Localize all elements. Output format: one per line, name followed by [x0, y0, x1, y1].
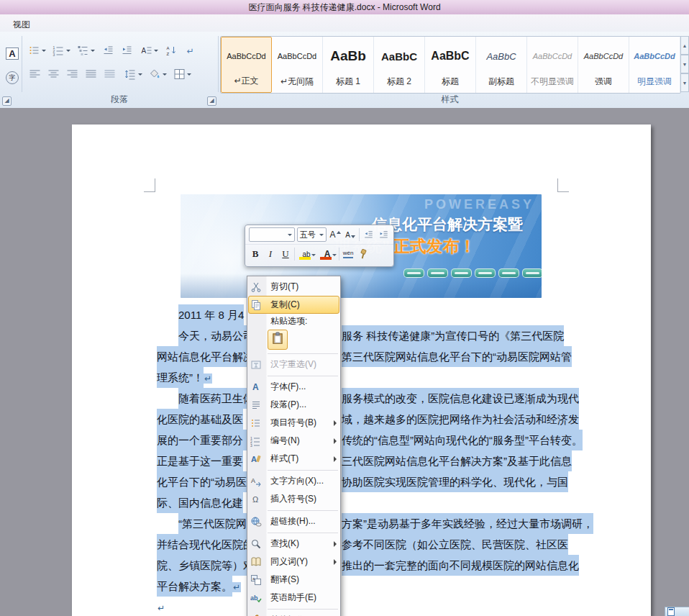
- paragraph-dialog-launcher[interactable]: ◢: [207, 96, 216, 106]
- page[interactable]: POWEREASY 信息化平台解决方案暨 理系统” 正式发布！ 2011 年 8…: [72, 124, 651, 616]
- gallery-more-button[interactable]: ▼: [680, 73, 689, 92]
- banner-nav-pill-6[interactable]: [522, 268, 542, 278]
- style-preview: AaBbCcDd: [584, 37, 623, 76]
- doc-text-segment: 服务 科技传递健康”为宣传口号的《第三代医院: [342, 325, 564, 346]
- menu-item-numbering[interactable]: 123编号(N): [247, 432, 340, 450]
- mini-decrease-indent-button[interactable]: [362, 227, 375, 242]
- style-label: 不明显强调: [531, 76, 574, 88]
- ribbon-tab-row: 视图: [0, 14, 689, 32]
- style-label: 明显强调: [637, 76, 672, 88]
- menu-item-copy[interactable]: 复制(C): [247, 296, 340, 314]
- italic-button[interactable]: I: [264, 247, 277, 261]
- style-item-9[interactable]: AaBbCcDd明显强调: [629, 37, 680, 93]
- tab-view[interactable]: 视图: [7, 17, 36, 32]
- menu-item-thesaurus[interactable]: 同义词(Y): [247, 553, 340, 571]
- style-item-2[interactable]: AaBbCcDd↵无间隔: [272, 37, 323, 93]
- menu-item-english-assistant[interactable]: ab英语助手(E): [247, 589, 340, 607]
- doc-text-segment: 第三代医院网站信息化平台下的“动易医院网站管: [342, 346, 572, 367]
- menu-item-additional-actions[interactable]: 其他操作(A): [247, 611, 340, 616]
- shading-button[interactable]: [147, 65, 168, 83]
- align-left-button[interactable]: [26, 65, 43, 83]
- menu-item-translate[interactable]: a翻译(S): [247, 571, 340, 589]
- menu-item-styles[interactable]: A样式(T): [247, 450, 340, 468]
- banner-headline-1: 信息化平台解决方案暨: [372, 214, 523, 235]
- left-group-dialog-launcher[interactable]: ◢: [2, 96, 12, 106]
- menu-item-hyperlink[interactable]: 超链接(H)...: [247, 512, 340, 530]
- menu-item-font[interactable]: A字体(F)...: [247, 378, 340, 396]
- increase-indent-button[interactable]: [118, 42, 135, 59]
- menu-item-bullets[interactable]: 项目符号(B): [247, 414, 340, 432]
- style-preview: AaBbCcDd: [533, 37, 572, 76]
- align-center-button[interactable]: [45, 65, 62, 83]
- shrink-font-button[interactable]: A: [344, 227, 357, 242]
- bullets-button[interactable]: [26, 42, 47, 59]
- gallery-scroll-up[interactable]: ▲: [680, 36, 689, 55]
- increase-indent-icon: [121, 45, 133, 56]
- distribute-button[interactable]: [101, 65, 118, 83]
- gallery-scroll-down[interactable]: ▼: [680, 55, 689, 73]
- grow-font-button[interactable]: A: [329, 227, 342, 242]
- taskbar-fragment[interactable]: [665, 607, 689, 616]
- style-item-7[interactable]: AaBbCcDd不明显强调: [527, 37, 578, 93]
- menu-separator: [268, 376, 338, 376]
- doc-text-segment: 正是基于这一重要: [157, 450, 243, 471]
- svg-text:A: A: [141, 47, 146, 55]
- word-doc-icon: [667, 607, 675, 616]
- banner-nav-pill-1[interactable]: [403, 268, 424, 278]
- menu-item-find[interactable]: 查找(K): [247, 535, 340, 553]
- margin-mark: [155, 178, 155, 192]
- mini-increase-indent-button[interactable]: [377, 227, 390, 242]
- banner-nav-pill-2[interactable]: [427, 268, 448, 278]
- pill-text-blur: [407, 272, 421, 274]
- banner-nav-pill-3[interactable]: [451, 268, 472, 278]
- style-item-4[interactable]: AaBbC标题 2: [374, 37, 425, 93]
- style-item-5[interactable]: AaBbC标题: [425, 37, 476, 93]
- doc-text-segment: 服务模式的改变，医院信息化建设已逐渐成为现代: [342, 388, 579, 409]
- doc-line-1: 2011 年 8 月4: [157, 304, 588, 325]
- numbering-button[interactable]: 123: [50, 42, 72, 59]
- style-item-1[interactable]: AaBbCcDd↵正文: [221, 37, 272, 93]
- margin-mark: [557, 191, 569, 192]
- document-area[interactable]: POWEREASY 信息化平台解决方案暨 理系统” 正式发布！ 2011 年 8…: [0, 108, 689, 616]
- asian-layout-button[interactable]: A: [138, 42, 160, 59]
- highlight-button[interactable]: ab: [297, 247, 316, 261]
- justify-button[interactable]: [82, 65, 99, 83]
- banner-nav-pill-5[interactable]: [498, 268, 519, 278]
- svg-text:ab: ab: [250, 594, 258, 602]
- banner-nav-pill-4[interactable]: [475, 268, 496, 278]
- sort-button[interactable]: AZ: [163, 42, 180, 59]
- menu-item-text-direction[interactable]: A文字方向(X)...: [247, 472, 340, 490]
- phonetic-guide-button[interactable]: wén: [342, 247, 355, 261]
- window-title: 医疗面向服务 科技传递健康.docx - Microsoft Word: [248, 1, 440, 14]
- bold-button[interactable]: B: [249, 247, 262, 261]
- menu-item-label: 字体(F)...: [270, 381, 306, 393]
- decrease-indent-button[interactable]: [99, 42, 117, 59]
- doc-text-segment: 今天，动易公司: [178, 325, 254, 346]
- show-hide-marks-button[interactable]: ↵: [181, 42, 199, 59]
- menu-item-insert-symbol[interactable]: Ω插入符号(S): [247, 490, 340, 508]
- font-size-combo[interactable]: 五号: [297, 227, 327, 242]
- style-item-3[interactable]: AaBb标题 1: [323, 37, 374, 93]
- format-painter-button[interactable]: [357, 247, 370, 261]
- style-item-6[interactable]: AaBbC副标题: [476, 37, 527, 93]
- paste-option-button[interactable]: [268, 330, 288, 350]
- multilevel-list-button[interactable]: [75, 42, 96, 59]
- sort-icon: AZ: [165, 45, 178, 56]
- shrink-font-icon: [351, 235, 355, 238]
- menu-item-cut[interactable]: 剪切(T): [247, 278, 340, 296]
- align-right-button[interactable]: [63, 65, 81, 83]
- menu-item-hanzi-reselect[interactable]: 汉字重选(V): [247, 355, 340, 373]
- doc-line-13: 院、乡镇医院等）对推出的一套完整的面向不同规模医院的网站信息化: [157, 555, 588, 576]
- menu-item-label: 插入符号(S): [270, 493, 316, 505]
- underline-button[interactable]: U: [279, 247, 292, 261]
- font-name-combo[interactable]: [249, 227, 295, 242]
- character-border-button[interactable]: A: [3, 43, 22, 63]
- menu-item-paragraph[interactable]: 段落(P)...: [247, 396, 340, 414]
- style-item-8[interactable]: AaBbCcDd强调: [578, 37, 629, 93]
- paragraph-mark: ↵: [204, 373, 212, 384]
- borders-button[interactable]: [171, 65, 193, 83]
- font-color-button[interactable]: A: [318, 247, 337, 261]
- enclose-characters-button[interactable]: 字: [3, 68, 22, 88]
- title-bar[interactable]: 医疗面向服务 科技传递健康.docx - Microsoft Word: [0, 0, 689, 15]
- line-spacing-button[interactable]: [122, 65, 144, 83]
